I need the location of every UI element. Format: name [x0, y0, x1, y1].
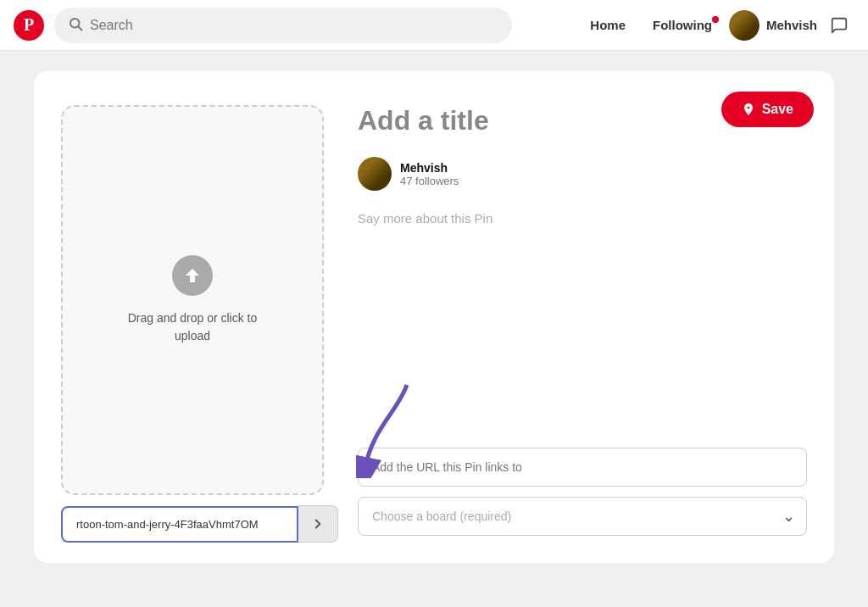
avatar-image — [729, 10, 760, 41]
search-bar[interactable] — [54, 8, 512, 43]
user-info: Mehvish 47 followers — [400, 161, 459, 187]
following-nav-link[interactable]: Following — [643, 11, 722, 39]
header: P Home Following Mehvish — [0, 0, 868, 51]
board-select[interactable]: Choose a board (required) — [358, 497, 807, 536]
content-area: Drag and drop or click to upload Add a t… — [61, 105, 807, 495]
search-icon — [68, 16, 83, 35]
upload-box[interactable]: Drag and drop or click to upload — [61, 105, 324, 495]
right-panel: Add a title Mehvish 47 followers Say mor… — [358, 105, 807, 495]
bottom-fields: Choose a board (required) ⌄ — [358, 448, 807, 536]
upload-icon — [172, 255, 213, 296]
say-more-placeholder[interactable]: Say more about this Pin — [358, 211, 807, 226]
home-nav-link[interactable]: Home — [580, 11, 636, 39]
nav-links: Home Following Mehvish — [580, 10, 854, 41]
messages-button[interactable] — [824, 10, 854, 41]
user-avatar-small — [358, 157, 392, 191]
followers-count: 47 followers — [400, 175, 459, 187]
svg-line-1 — [78, 26, 81, 30]
board-select-wrapper: Choose a board (required) ⌄ — [358, 497, 807, 536]
url-text-input[interactable] — [61, 506, 298, 543]
create-pin-card: Save Drag and drop or click to upload Ad… — [34, 71, 834, 563]
url-input[interactable] — [358, 448, 807, 487]
url-bar-bottom — [61, 505, 338, 543]
main-content: Save Drag and drop or click to upload Ad… — [0, 51, 868, 607]
search-input[interactable] — [90, 18, 498, 33]
card-wrapper: Save Drag and drop or click to upload Ad… — [34, 71, 834, 563]
logo-letter: P — [24, 15, 34, 35]
pinterest-logo[interactable]: P — [14, 10, 44, 41]
user-name-header[interactable]: Mehvish — [766, 18, 817, 32]
upload-text: Drag and drop or click to upload — [128, 309, 258, 345]
user-row: Mehvish 47 followers — [358, 157, 807, 191]
user-display-name: Mehvish — [400, 161, 459, 175]
url-arrow-button[interactable] — [298, 505, 338, 543]
notification-dot — [712, 16, 719, 23]
save-button[interactable]: Save — [721, 92, 814, 127]
user-avatar[interactable] — [729, 10, 760, 41]
